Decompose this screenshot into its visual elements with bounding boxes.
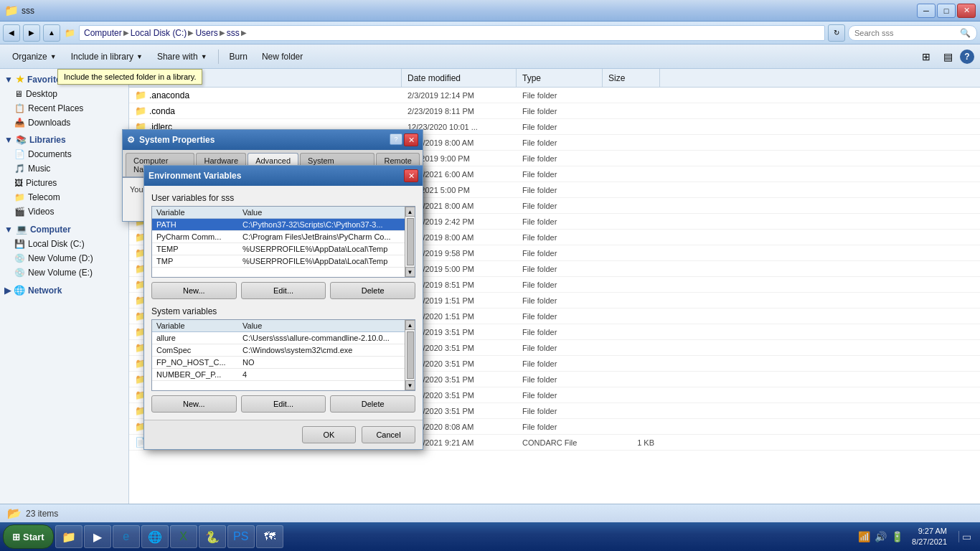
maximize-button[interactable]: □ <box>937 4 956 18</box>
col-header-size[interactable]: Size <box>603 69 660 87</box>
sidebar-network-label: Network <box>28 286 62 296</box>
share-with-button[interactable]: Share with ▼ <box>151 47 214 66</box>
close-button[interactable]: ✕ <box>957 4 976 18</box>
address-path[interactable]: Computer ▶ Local Disk (C:) ▶ Users ▶ sss… <box>79 25 825 41</box>
sidebar-network-section: ▶ 🌐 Network <box>0 283 128 298</box>
scroll-up-arrow[interactable]: ▲ <box>405 207 415 217</box>
sidebar-item-recent-places[interactable]: 📋 Recent Places <box>0 101 128 116</box>
ok-button[interactable]: OK <box>302 426 356 443</box>
taskbar-pycharm[interactable]: 🐍 <box>199 525 226 548</box>
path-computer[interactable]: Computer <box>83 28 123 38</box>
taskbar-powershell[interactable]: PS <box>227 525 255 548</box>
taskbar-media[interactable]: ▶ <box>84 525 111 548</box>
system-tray: 📶 🔊 🔋 9:27 AM 8/27/2021 ▭ <box>852 526 977 548</box>
col-header-type[interactable]: Type <box>517 69 603 87</box>
user-new-button[interactable]: New... <box>151 282 237 299</box>
sys-scroll-up-arrow[interactable]: ▲ <box>405 320 415 330</box>
include-in-library-button[interactable]: Include in library ▼ <box>65 47 149 66</box>
show-desktop-icon[interactable]: ▭ <box>958 531 971 542</box>
sidebar-computer-header[interactable]: ▼ 💻 Computer <box>0 222 128 237</box>
sidebar-item-videos[interactable]: 🎬 Videos <box>0 204 128 219</box>
share-with-label: Share with <box>157 52 198 62</box>
sidebar-libraries-header[interactable]: ▼ 📚 Libraries <box>0 133 128 147</box>
local-disk-label: Local Disk (C:) <box>28 239 85 249</box>
minimize-button[interactable]: ─ <box>917 4 936 18</box>
battery-tray-icon[interactable]: 🔋 <box>891 531 903 542</box>
chevron-down-icon: ▼ <box>4 75 13 85</box>
help-button[interactable]: ? <box>960 50 974 64</box>
table-row[interactable]: 📁.conda 2/23/2019 8:11 PM File folder <box>129 103 980 119</box>
sidebar-item-desktop[interactable]: 🖥 Desktop <box>0 87 128 101</box>
user-var-path[interactable]: PATH C:\Python37-32\Scripts\C:\Python37-… <box>152 219 415 231</box>
user-col-variable: Variable <box>152 207 238 219</box>
sys-scroll-thumb[interactable] <box>407 331 414 379</box>
sidebar-item-local-disk[interactable]: 💾 Local Disk (C:) <box>0 237 128 251</box>
clock[interactable]: 9:27 AM 8/27/2021 <box>908 526 951 548</box>
new-folder-button[interactable]: New folder <box>255 47 309 66</box>
user-delete-button[interactable]: Delete <box>330 282 415 299</box>
sys-var-allure[interactable]: allure C:\Users\sss\allure-commandline-2… <box>152 332 415 344</box>
sidebar-item-new-volume-d[interactable]: 💿 New Volume (D:) <box>0 251 128 265</box>
user-var-tmp[interactable]: TMP %USERPROFILE%\AppData\Local\Temp <box>152 255 415 268</box>
taskbar-excel[interactable]: X <box>170 525 197 548</box>
user-var-pycharm[interactable]: PyCharm Comm... C:\Program Files\JetBrai… <box>152 231 415 243</box>
desktop-label: Desktop <box>26 89 57 99</box>
sidebar-item-pictures[interactable]: 🖼 Pictures <box>0 176 128 190</box>
view-options-button[interactable]: ⊞ <box>917 47 936 66</box>
user-edit-button[interactable]: Edit... <box>241 282 326 299</box>
scroll-thumb[interactable] <box>407 218 414 265</box>
sidebar-item-documents[interactable]: 📄 Documents <box>0 147 128 161</box>
col-header-date[interactable]: Date modified <box>402 69 517 87</box>
chevron-right-icon: ▶ <box>4 286 11 296</box>
cancel-button[interactable]: Cancel <box>362 426 415 443</box>
sys-scroll-down-arrow[interactable]: ▼ <box>405 380 415 390</box>
sys-dialog-close-btn[interactable]: ✕ <box>404 133 418 146</box>
back-button[interactable]: ◀ <box>3 24 20 42</box>
path-sss[interactable]: sss <box>225 28 241 38</box>
sidebar-item-telecom[interactable]: 📁 Telecom <box>0 190 128 204</box>
search-input[interactable] <box>854 29 960 37</box>
taskbar-maps[interactable]: 🗺 <box>256 525 283 548</box>
view-toggle-button[interactable]: ▤ <box>938 47 957 66</box>
sidebar-item-music[interactable]: 🎵 Music <box>0 161 128 176</box>
star-icon: ★ <box>16 74 24 85</box>
chevron-down-icon-2: ▼ <box>4 135 13 145</box>
path-users[interactable]: Users <box>194 28 219 38</box>
user-col-value: Value <box>238 207 415 219</box>
burn-button[interactable]: Burn <box>223 47 254 66</box>
taskbar-chrome[interactable]: 🌐 <box>141 525 169 548</box>
new-volume-e-label: New Volume (E:) <box>28 268 93 278</box>
user-var-temp[interactable]: TEMP %USERPROFILE%\AppData\Local\Temp <box>152 243 415 255</box>
taskbar-ie[interactable]: e <box>113 525 140 548</box>
sidebar-network-header[interactable]: ▶ 🌐 Network <box>0 283 128 298</box>
sidebar-item-new-volume-e[interactable]: 💿 New Volume (E:) <box>0 265 128 280</box>
table-row[interactable]: 📁.anaconda 2/3/2019 12:14 PM File folder <box>129 88 980 103</box>
environment-variables-dialog: Environment Variables ✕ User variables f… <box>143 165 423 450</box>
sys-edit-button[interactable]: Edit... <box>241 395 326 413</box>
sys-dialog-help-btn[interactable]: ? <box>390 133 402 145</box>
title-bar: 📁 sss ─ □ ✕ <box>0 0 980 22</box>
sys-new-button[interactable]: New... <box>151 395 237 413</box>
pictures-label: Pictures <box>26 178 57 188</box>
sys-var-fp-no-host[interactable]: FP_NO_HOST_C... NO <box>152 357 415 369</box>
organize-button[interactable]: Organize ▼ <box>6 47 63 66</box>
sys-var-comspec[interactable]: ComSpec C:\Windows\system32\cmd.exe <box>152 344 415 357</box>
sys-delete-button[interactable]: Delete <box>330 395 415 413</box>
sidebar: ▼ ★ Favorites 🖥 Desktop 📋 Recent Places … <box>0 69 129 504</box>
env-close-btn[interactable]: ✕ <box>404 169 418 182</box>
forward-button[interactable]: ▶ <box>23 24 40 42</box>
refresh-button[interactable]: ↻ <box>828 24 845 42</box>
taskbar-explorer[interactable]: 📁 <box>55 525 83 548</box>
volume-tray-icon[interactable]: 🔊 <box>875 531 887 542</box>
scroll-down-arrow[interactable]: ▼ <box>405 267 415 277</box>
maps-taskbar-icon: 🗺 <box>263 529 277 544</box>
network-tray-icon[interactable]: 📶 <box>858 531 870 542</box>
start-button[interactable]: ⊞ Start <box>3 524 54 549</box>
up-button[interactable]: ▲ <box>43 24 60 42</box>
chevron-down-icon-3: ▼ <box>4 225 13 235</box>
path-local-disk[interactable]: Local Disk (C:) <box>129 28 189 38</box>
sidebar-item-downloads[interactable]: 📥 Downloads <box>0 116 128 130</box>
folder-path-icon: 📁 <box>63 27 76 39</box>
title-bar-left: 📁 sss <box>4 4 34 17</box>
sys-var-number-of-p[interactable]: NUMBER_OF_P... 4 <box>152 369 415 381</box>
